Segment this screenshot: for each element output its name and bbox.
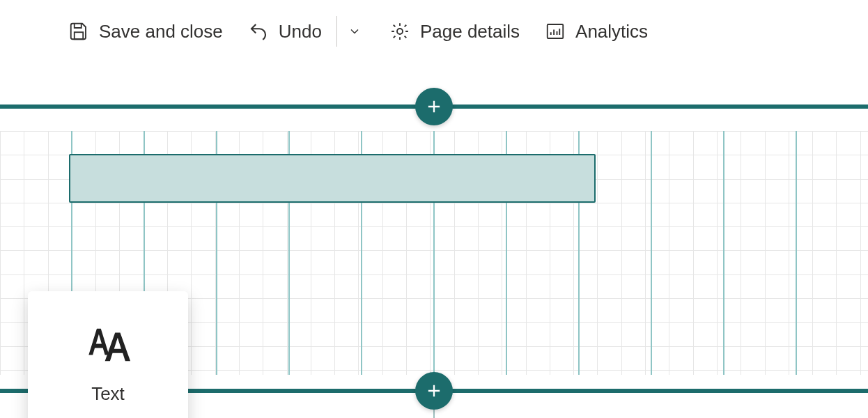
editor-toolbar: Save and close Undo Page details: [0, 0, 868, 63]
page-details-button[interactable]: Page details: [377, 17, 532, 47]
analytics-button[interactable]: Analytics: [532, 17, 660, 47]
undo-icon: [248, 21, 269, 42]
center-guide-line: [433, 410, 435, 418]
toolbar-separator: [336, 16, 337, 47]
add-section-bottom-button[interactable]: [415, 372, 453, 410]
save-icon: [68, 21, 89, 42]
analytics-icon: [545, 21, 566, 42]
text-icon: [84, 320, 132, 369]
page-details-label: Page details: [420, 21, 520, 42]
text-webpart-card[interactable]: Text: [28, 291, 188, 418]
gear-icon: [389, 21, 410, 42]
webpart-drop-target[interactable]: [69, 154, 596, 203]
undo-label: Undo: [279, 21, 322, 42]
add-section-top-button[interactable]: [415, 88, 453, 125]
save-label: Save and close: [99, 21, 223, 42]
svg-rect-2: [548, 24, 564, 38]
undo-dropdown-button[interactable]: [339, 20, 370, 42]
chevron-down-icon: [348, 24, 362, 38]
undo-button[interactable]: Undo: [235, 17, 334, 47]
svg-point-1: [397, 29, 403, 34]
analytics-label: Analytics: [575, 21, 648, 42]
text-webpart-label: Text: [91, 383, 125, 405]
svg-rect-0: [75, 32, 84, 39]
page-canvas: Text: [0, 104, 868, 418]
save-and-close-button[interactable]: Save and close: [56, 17, 235, 47]
